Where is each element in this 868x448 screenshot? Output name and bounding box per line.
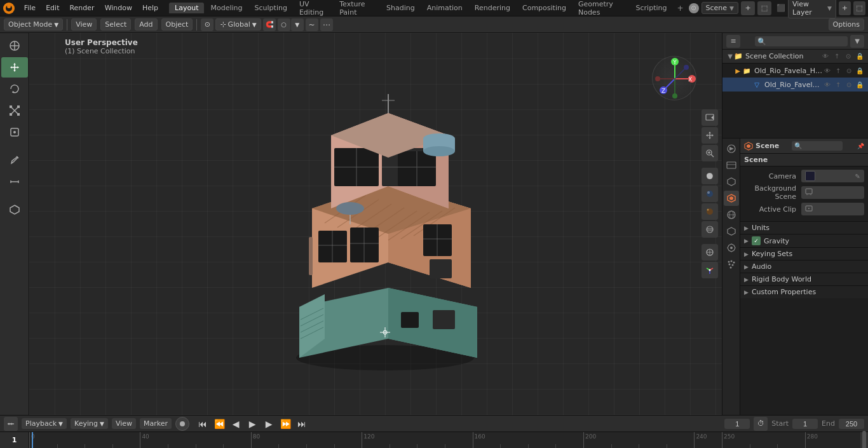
menu-render[interactable]: Render — [65, 3, 98, 13]
collection-view-btn[interactable]: 👁 — [821, 52, 830, 61]
viewport-add-menu[interactable]: Add — [135, 18, 157, 31]
prop-icon-modifier[interactable] — [724, 240, 739, 255]
properties-pin-btn[interactable]: 📌 — [857, 143, 864, 149]
frame-clock-btn[interactable]: ⏱ — [754, 417, 768, 431]
workspace-sculpting[interactable]: Sculpting — [249, 3, 293, 13]
proportional-edit-btn[interactable]: ○ — [278, 18, 290, 31]
mesh-select-btn[interactable]: ↑ — [834, 80, 843, 89]
shading-rendered-btn[interactable] — [702, 203, 718, 220]
viewport-object-menu[interactable]: Object — [161, 18, 193, 31]
shading-wireframe-btn[interactable] — [702, 221, 718, 238]
prop-icon-world[interactable] — [724, 207, 739, 222]
frame-ruler[interactable]: 04080120160200240250280 — [29, 432, 860, 448]
workspace-texture-paint[interactable]: Texture Paint — [334, 0, 380, 18]
jump-end-btn[interactable]: ⏭ — [295, 417, 309, 431]
playback-menu-btn[interactable]: Playback ▼ — [22, 418, 67, 429]
end-frame-input[interactable] — [839, 419, 864, 429]
outliner-toggle-btn[interactable]: ≡ — [726, 35, 740, 48]
next-keyframe-btn[interactable]: ⏩ — [278, 417, 292, 431]
view-menu-btn[interactable]: View — [112, 418, 136, 429]
workspace-uv-editing[interactable]: UV Editing — [294, 0, 333, 18]
menu-help[interactable]: Help — [138, 3, 163, 13]
camera-value[interactable]: ✎ — [801, 170, 864, 182]
tool-move[interactable] — [1, 57, 28, 78]
viewport[interactable]: User Perspective (1) Scene Collection — [29, 33, 722, 415]
rigid-body-section[interactable]: ▶ Rigid Body World — [740, 273, 868, 285]
keying-menu-btn[interactable]: Keying ▼ — [71, 418, 108, 429]
marker-menu-btn[interactable]: Marker — [140, 418, 172, 429]
scene-add-btn[interactable]: + — [741, 1, 755, 15]
prev-keyframe-btn[interactable]: ⏪ — [212, 417, 226, 431]
audio-section[interactable]: ▶ Audio — [740, 260, 868, 273]
workspace-scripting[interactable]: Scripting — [630, 3, 673, 13]
shading-material-btn[interactable] — [702, 186, 718, 202]
scene-collection-expand[interactable]: ▼ — [726, 53, 734, 60]
collection-expand-icon[interactable]: ▶ — [734, 67, 742, 74]
view-layer-copy-btn[interactable]: ⬚ — [853, 1, 865, 15]
play-btn[interactable]: ▶ — [245, 417, 259, 431]
zoom-btn[interactable] — [702, 145, 718, 161]
menu-edit[interactable]: Edit — [41, 3, 64, 13]
workspace-rendering[interactable]: Rendering — [469, 3, 516, 13]
record-btn[interactable] — [175, 417, 189, 431]
workspace-animation[interactable]: Animation — [421, 3, 468, 13]
gizmo-toggle-btn[interactable] — [702, 262, 718, 278]
item-hide-btn[interactable]: ⊙ — [844, 66, 853, 75]
current-frame-input[interactable]: 1 — [724, 419, 750, 429]
viewport-view-menu[interactable]: View — [71, 18, 97, 31]
mesh-lock-btn[interactable]: 🔒 — [855, 80, 864, 89]
menu-window[interactable]: Window — [100, 3, 137, 13]
start-frame-input[interactable] — [792, 419, 818, 429]
item-select-btn[interactable]: ↑ — [834, 66, 843, 75]
mesh-hide-btn[interactable]: ⊙ — [844, 80, 853, 89]
tool-add[interactable] — [1, 200, 28, 220]
scene-collection-item[interactable]: ▼ 📁 Scene Collection 👁 ↑ ⊙ 🔒 — [722, 50, 868, 64]
viewport-nav-btn[interactable] — [702, 127, 718, 144]
prop-icon-view-layer[interactable] — [724, 174, 739, 189]
transform-orientation-selector[interactable]: ⊹ Global ▼ — [215, 18, 261, 31]
scene-selector[interactable]: Scene ▼ — [702, 2, 738, 14]
prop-icon-scene[interactable] — [724, 191, 739, 206]
workspace-modeling[interactable]: Modeling — [205, 3, 248, 13]
item-lock-btn[interactable]: 🔒 — [855, 66, 864, 75]
custom-props-section[interactable]: ▶ Custom Properties — [740, 285, 868, 298]
scene-copy-btn[interactable]: ⬚ — [757, 1, 771, 15]
frame-track[interactable]: 04080120160200240250280 — [29, 432, 860, 448]
proportional-falloff-btn[interactable]: ▼ — [291, 18, 304, 31]
outliner-item-collection[interactable]: ▶ 📁 Old_Rio_Favela_House_001 👁 ↑ ⊙ 🔒 — [722, 64, 868, 78]
prop-icon-output[interactable] — [724, 158, 739, 173]
gravity-section[interactable]: ▶ ✓ Gravity — [740, 234, 868, 247]
overlay-toggle-btn[interactable] — [702, 244, 718, 261]
transform-pivot-btn[interactable]: ⊙ — [201, 18, 214, 31]
jump-start-btn[interactable]: ⏮ — [196, 417, 210, 431]
keying-sets-section[interactable]: ▶ Keying Sets — [740, 247, 868, 260]
options-btn[interactable]: Options — [829, 18, 864, 31]
outliner-filter-btn[interactable]: ▼ — [850, 35, 864, 48]
prop-icon-particles[interactable] — [724, 257, 739, 272]
add-workspace-btn[interactable]: + — [673, 3, 687, 14]
view-layer-selector[interactable]: View Layer ▼ — [788, 0, 836, 18]
collection-hide-btn[interactable]: ⊙ — [844, 52, 853, 61]
camera-view-btn[interactable] — [702, 109, 718, 126]
mesh-view-btn[interactable]: 👁 — [823, 80, 832, 89]
tool-annotate[interactable] — [1, 150, 28, 170]
workspace-shading[interactable]: Shading — [381, 3, 421, 13]
properties-search-input[interactable] — [792, 141, 843, 151]
prev-frame-btn[interactable]: ◀ — [229, 417, 243, 431]
camera-edit-btn[interactable]: ✎ — [855, 173, 860, 180]
next-frame-btn[interactable]: ▶ — [262, 417, 276, 431]
timeline-menu-btn[interactable] — [4, 417, 18, 431]
active-clip-value[interactable] — [801, 203, 864, 215]
workspace-layout[interactable]: Layout — [169, 3, 204, 13]
shading-solid-btn[interactable] — [702, 168, 718, 184]
gravity-checkbox[interactable]: ✓ — [752, 236, 761, 245]
units-section[interactable]: ▶ Units — [740, 221, 868, 234]
background-scene-value[interactable] — [801, 186, 864, 199]
navigation-gizmo[interactable]: X Y Z — [652, 56, 696, 100]
proportional-mode-btn[interactable]: ~ — [306, 18, 318, 31]
proportional-connected-btn[interactable]: ⋯ — [320, 18, 333, 31]
outliner-item-mesh[interactable]: ▽ Old_Rio_Favela_House 👁 ↑ ⊙ 🔒 — [722, 78, 868, 92]
tool-measure[interactable] — [1, 172, 28, 192]
timeline-scroll-btn[interactable] — [860, 432, 868, 448]
tool-cursor[interactable] — [1, 36, 28, 56]
